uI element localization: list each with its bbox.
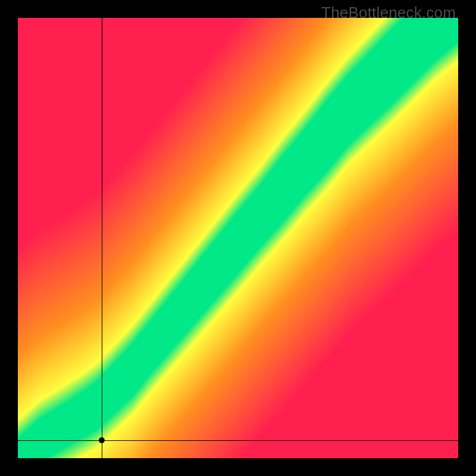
- heatmap-canvas: [18, 18, 458, 458]
- crosshair-vertical: [102, 18, 102, 458]
- crosshair-horizontal: [18, 440, 458, 441]
- heatmap-chart: TheBottleneck.com: [0, 0, 476, 476]
- marker-dot: [99, 437, 105, 443]
- watermark-text: TheBottleneck.com: [321, 4, 456, 22]
- plot-area: [18, 18, 458, 458]
